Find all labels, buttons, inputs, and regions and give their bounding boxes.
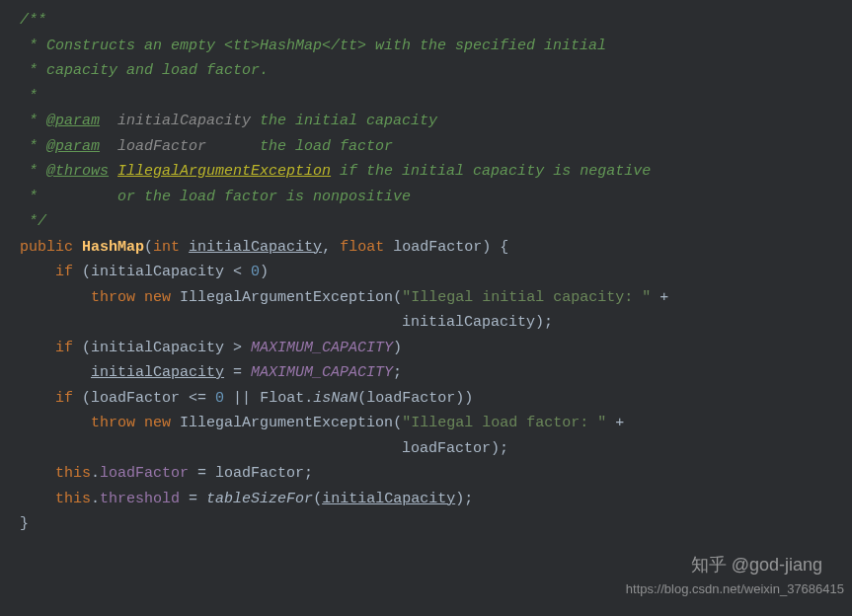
str-literal: "Illegal initial capacity: " <box>402 289 651 306</box>
doc-desc: the load factor <box>206 138 393 155</box>
watermark-csdn: https://blog.csdn.net/weixin_37686415 <box>626 578 844 600</box>
field-loadFactor: loadFactor <box>100 465 189 482</box>
doc-tag-param: @param <box>46 138 100 155</box>
doc-line: * Constructs an empty <tt>HashMap</tt> w… <box>20 38 606 54</box>
doc-line: * capacity and load factor. <box>20 62 269 79</box>
doc-end: */ <box>20 213 46 230</box>
kw-throw: throw <box>91 289 135 306</box>
code-block: /** * Constructs an empty <tt>HashMap</t… <box>0 0 852 537</box>
kw-if: if <box>55 264 73 280</box>
doc-line: * or the load factor is nonpositive <box>20 189 411 205</box>
kw-if: if <box>55 340 73 356</box>
kw-int: int <box>153 239 180 256</box>
kw-new: new <box>144 289 171 306</box>
kw-if: if <box>55 390 73 407</box>
param-loadFactor: loadFactor <box>393 239 482 256</box>
doc-desc: if the initial capacity is negative <box>331 163 651 180</box>
kw-new: new <box>144 415 171 431</box>
kw-this: this <box>55 491 91 507</box>
cls-iae: IllegalArgumentException <box>180 289 393 306</box>
method-name: HashMap <box>82 239 144 256</box>
num-zero: 0 <box>251 264 260 280</box>
doc-tag-param: @param <box>46 113 100 129</box>
cls-iae: IllegalArgumentException <box>180 415 393 431</box>
doc-desc: the initial capacity <box>251 113 437 129</box>
kw-float: float <box>340 239 384 256</box>
field-threshold: threshold <box>100 491 180 507</box>
doc-tag-throws: @throws <box>46 163 109 180</box>
param-initialCapacity: initialCapacity <box>189 239 322 256</box>
doc-line: * <box>20 163 46 180</box>
doc-var: loadFactor <box>117 138 206 155</box>
doc-line: * <box>20 138 46 155</box>
var-initialCapacity: initialCapacity <box>91 364 224 381</box>
doc-line: * <box>20 88 38 105</box>
var-initialCapacity: initialCapacity <box>322 491 455 507</box>
doc-line: * <box>20 113 46 129</box>
cls-float: Float <box>260 390 304 407</box>
doc-exception: IllegalArgumentException <box>117 163 331 180</box>
watermark-zhihu: 知乎 @god-jiang <box>691 550 822 580</box>
num-zero: 0 <box>215 390 224 407</box>
doc-start: /** <box>20 12 46 29</box>
kw-public: public <box>20 239 73 256</box>
doc-var: initialCapacity <box>117 113 251 129</box>
str-literal: "Illegal load factor: " <box>402 415 606 431</box>
const-maxcap: MAXIMUM_CAPACITY <box>251 340 393 356</box>
call-tableSizeFor: tableSizeFor <box>206 491 313 507</box>
kw-this: this <box>55 465 91 482</box>
const-maxcap: MAXIMUM_CAPACITY <box>251 364 393 381</box>
kw-throw: throw <box>91 415 135 431</box>
call-isNaN: isNaN <box>313 390 357 407</box>
